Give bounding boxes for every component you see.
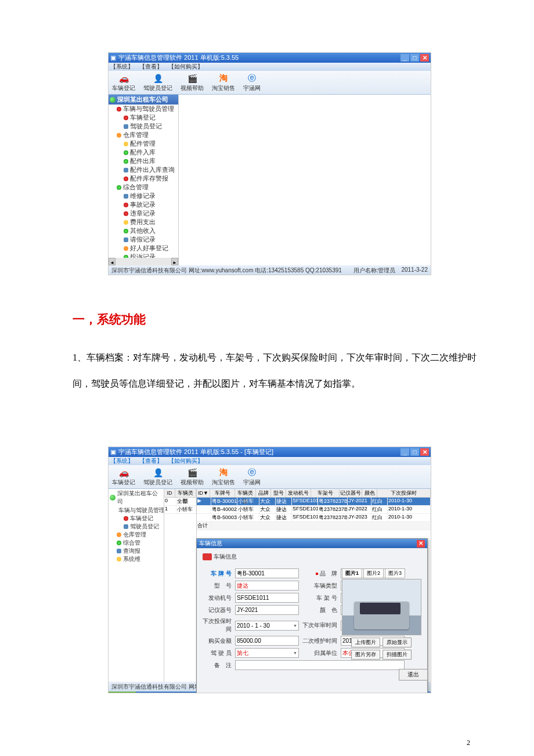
filter-row[interactable]: 1小轿车 <box>164 506 196 514</box>
field-model[interactable]: 捷达 <box>235 581 299 591</box>
tree-income[interactable]: 其他收入 <box>109 226 178 235</box>
money-icon <box>124 229 128 233</box>
tb-vehicle-register[interactable]: 🚗车辆登记 <box>112 73 135 92</box>
main-content-area <box>179 95 431 265</box>
screenshot-main-window: ▣ 宇涵车辆信息管理软件 2011 单机版:5.3.55 _ □ ✕ 【系统】 … <box>108 52 431 275</box>
tree-group-general[interactable]: 综合管 <box>109 539 164 547</box>
tb-video-help[interactable]: 🎬视频帮助 <box>181 467 204 487</box>
field-driver[interactable]: 第七 <box>235 648 299 658</box>
upload-image-button[interactable]: 上传图片 <box>351 638 380 647</box>
tree-group-vehicle[interactable]: 车辆与驾驶员管理 <box>109 105 178 113</box>
wrench-icon <box>124 194 128 199</box>
tree-group-reports[interactable]: 查询报 <box>109 547 164 555</box>
maximize-button[interactable]: □ <box>410 54 419 62</box>
menu-buy[interactable]: 【如何购买】 <box>168 457 203 465</box>
maximize-button[interactable]: □ <box>410 448 419 456</box>
tree-accident[interactable]: 事故记录 <box>109 200 178 209</box>
tree-group-general[interactable]: 综合管理 <box>109 183 178 192</box>
tree-root[interactable]: 深圳某出租车公司 <box>109 489 164 506</box>
field-insurance[interactable]: 2010 - 1 - 30 <box>235 621 299 631</box>
minimize-button[interactable]: _ <box>400 54 409 62</box>
menu-view[interactable]: 【查看】 <box>139 63 163 71</box>
tb-taobao[interactable]: 淘淘宝销售 <box>212 73 235 92</box>
panel-exit-button[interactable]: 退出 <box>399 669 428 681</box>
tree-expense[interactable]: 费用支出 <box>109 218 178 226</box>
img-tab-2[interactable]: 图片2 <box>363 568 384 578</box>
tree-parts-out[interactable]: 配件出库 <box>109 157 178 165</box>
driver-icon <box>124 124 128 129</box>
vehicle-grid: ID▼车牌号车辆类型品牌型号发动机号车架号记仪器号颜色下次投保时 ▶粤B-300… <box>197 489 431 541</box>
tree-vehicle-register[interactable]: 车辆登记 <box>109 514 164 523</box>
img-tab-3[interactable]: 图片3 <box>385 568 405 578</box>
filter-row[interactable]: 0全部 <box>164 498 196 506</box>
taskbar-item[interactable]: ◧ <box>138 693 150 693</box>
car-icon <box>124 516 128 521</box>
star-icon <box>124 246 128 251</box>
save-image-button[interactable]: 图片另存 <box>351 650 380 660</box>
field-plate[interactable]: 粤B-30001 <box>235 568 299 578</box>
field-engine[interactable]: SFSDE1011 <box>235 593 299 603</box>
menu-view[interactable]: 【查看】 <box>139 457 163 465</box>
status-date: 2011-3-22 <box>401 267 428 275</box>
field-recorder[interactable]: JY-2021 <box>235 605 299 615</box>
tb-website[interactable]: ⓔ宇涵网 <box>243 467 261 487</box>
globe-icon <box>110 97 116 103</box>
tree-leave[interactable]: 请假记录 <box>109 235 178 244</box>
label-engine: 发动机号 <box>203 594 232 602</box>
label-driver: 驾 驶 员 <box>203 649 232 657</box>
close-button[interactable]: ✕ <box>420 54 429 62</box>
tb-taobao[interactable]: 淘淘宝销售 <box>212 467 235 487</box>
menu-system[interactable]: 【系统】 <box>110 63 134 71</box>
tb-video-help[interactable]: 🎬视频帮助 <box>181 73 204 92</box>
tb-driver-register[interactable]: 👤驾驶员登记 <box>143 73 172 92</box>
menubar: 【系统】 【查看】 【如何购买】 <box>109 457 431 465</box>
tb-driver-register[interactable]: 👤驾驶员登记 <box>143 467 172 487</box>
tree-scrollbar[interactable]: ◄► <box>109 258 178 265</box>
tree-group-vehicle[interactable]: 车辆与驾驶员管理 <box>109 506 164 514</box>
tree-parts-in[interactable]: 配件入库 <box>109 148 178 157</box>
taskbar-item-active[interactable]: ▣ 宇涵车辆信息管理 <box>228 693 288 693</box>
grid-row[interactable]: 粤B-50003小轿车大众捷达SFSDE1013粤2378237BJY-2023… <box>197 514 431 522</box>
original-view-button[interactable]: 原始显示 <box>383 638 412 647</box>
dialog-close-button[interactable]: ✕ <box>417 540 425 548</box>
tree-root[interactable]: 深圳某出租车公司 <box>109 95 178 105</box>
tree-group-warehouse[interactable]: 仓库管理 <box>109 131 178 139</box>
field-price[interactable]: 85000.00 <box>235 636 299 646</box>
start-button[interactable]: ⊞ 开始 <box>109 692 136 693</box>
label-recorder: 记仪器号 <box>203 606 232 614</box>
tb-vehicle-register[interactable]: 🚗车辆登记 <box>112 467 135 487</box>
tree-driver-register[interactable]: 驾驶员登记 <box>109 523 164 531</box>
tree-driver-register[interactable]: 驾驶员登记 <box>109 122 178 131</box>
tree-parts-alert[interactable]: 配件库存警报 <box>109 174 178 183</box>
tree-parts-query[interactable]: 配件出入库查询 <box>109 165 178 174</box>
taskbar-item[interactable]: ⓔ <box>151 693 164 693</box>
grid-row[interactable]: 粤B-40002小轿车大众捷达SFSDE1012粤2378237BJY-2022… <box>197 506 431 514</box>
arrow-out-icon <box>124 159 128 164</box>
window-title: 宇涵车辆信息管理软件 2011 单机版:5.3.55 - [车辆登记] <box>118 448 273 456</box>
label-price: 购买金额 <box>203 637 232 645</box>
driver-icon: 👤 <box>153 73 163 84</box>
nav-tree: 深圳某出租车公司 车辆与驾驶员管理 车辆登记 驾驶员登记 仓库管理 配件管理 配… <box>109 95 179 265</box>
warning-icon <box>124 203 128 207</box>
scan-image-button[interactable]: 扫描图片 <box>383 650 412 660</box>
grid-row[interactable]: ▶粤B-30001小轿车大众捷达SFSDE1011粤2378237BJY-202… <box>197 498 431 506</box>
tree-gooddeed[interactable]: 好人好事登记 <box>109 244 178 253</box>
img-tab-1[interactable]: 图片1 <box>342 568 362 578</box>
menu-buy[interactable]: 【如何购买】 <box>168 63 203 71</box>
menu-system[interactable]: 【系统】 <box>110 457 134 465</box>
titlebar: ▣ 宇涵车辆信息管理软件 2011 单机版:5.3.55 _ □ ✕ <box>109 53 431 63</box>
tree-group-system[interactable]: 系统维 <box>109 555 164 563</box>
field-note[interactable] <box>235 660 405 670</box>
tree-group-warehouse[interactable]: 仓库管理 <box>109 531 164 539</box>
tree-parts-mgmt[interactable]: 配件管理 <box>109 139 178 148</box>
video-icon: 🎬 <box>187 467 197 478</box>
tree-violation[interactable]: 违章记录 <box>109 209 178 218</box>
tree-vehicle-register[interactable]: 车辆登记 <box>109 113 178 122</box>
tb-website[interactable]: ⓔ宇涵网 <box>243 73 261 92</box>
minimize-button[interactable]: _ <box>400 448 409 456</box>
dialog-titlebar: 车辆信息 ✕ <box>197 539 427 548</box>
tree-repair[interactable]: 维修记录 <box>109 192 178 200</box>
close-button[interactable]: ✕ <box>420 448 429 456</box>
toolbar: 🚗车辆登记 👤驾驶员登记 🎬视频帮助 淘淘宝销售 ⓔ宇涵网 <box>109 465 431 489</box>
taskbar-item[interactable]: ▤ 宇涵车辆管理软件 <box>166 693 226 693</box>
